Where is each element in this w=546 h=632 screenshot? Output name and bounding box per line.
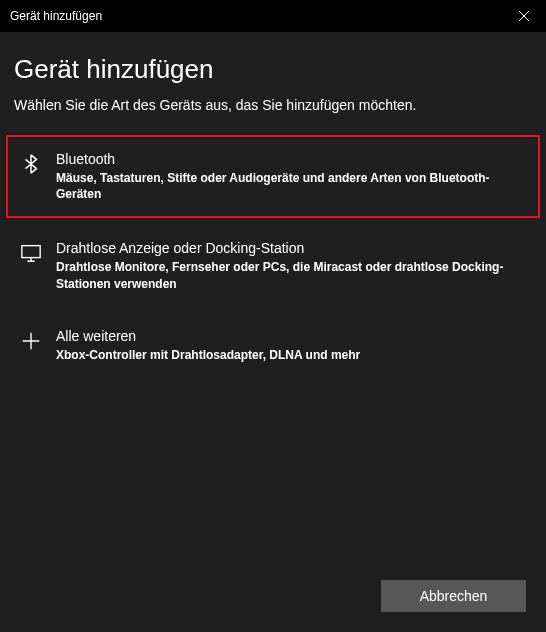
dialog-subtitle: Wählen Sie die Art des Geräts aus, das S… (14, 97, 532, 113)
option-description: Xbox-Controller mit Drahtlosadapter, DLN… (56, 347, 526, 363)
option-title: Bluetooth (56, 151, 526, 167)
close-button[interactable] (501, 0, 546, 32)
cancel-button[interactable]: Abbrechen (381, 580, 526, 612)
option-everything-else[interactable]: Alle weiteren Xbox-Controller mit Drahtl… (14, 314, 532, 377)
svg-rect-0 (22, 246, 40, 258)
plus-icon (20, 330, 42, 352)
close-icon (519, 11, 529, 21)
dialog-title: Gerät hinzufügen (14, 54, 532, 85)
option-description: Drahtlose Monitore, Fernseher oder PCs, … (56, 259, 526, 291)
option-description: Mäuse, Tastaturen, Stifte oder Audiogerä… (56, 170, 526, 202)
option-wireless-display[interactable]: Drahtlose Anzeige oder Docking-Station D… (14, 226, 532, 305)
option-bluetooth[interactable]: Bluetooth Mäuse, Tastaturen, Stifte oder… (6, 135, 540, 218)
titlebar-title: Gerät hinzufügen (10, 9, 102, 23)
option-text: Drahtlose Anzeige oder Docking-Station D… (56, 240, 526, 291)
dialog-footer: Abbrechen (381, 580, 526, 612)
titlebar: Gerät hinzufügen (0, 0, 546, 32)
monitor-icon (20, 242, 42, 264)
option-text: Bluetooth Mäuse, Tastaturen, Stifte oder… (56, 151, 526, 202)
dialog-content: Gerät hinzufügen Wählen Sie die Art des … (0, 32, 546, 377)
option-title: Alle weiteren (56, 328, 526, 344)
option-title: Drahtlose Anzeige oder Docking-Station (56, 240, 526, 256)
option-text: Alle weiteren Xbox-Controller mit Drahtl… (56, 328, 526, 363)
bluetooth-icon (20, 153, 42, 175)
